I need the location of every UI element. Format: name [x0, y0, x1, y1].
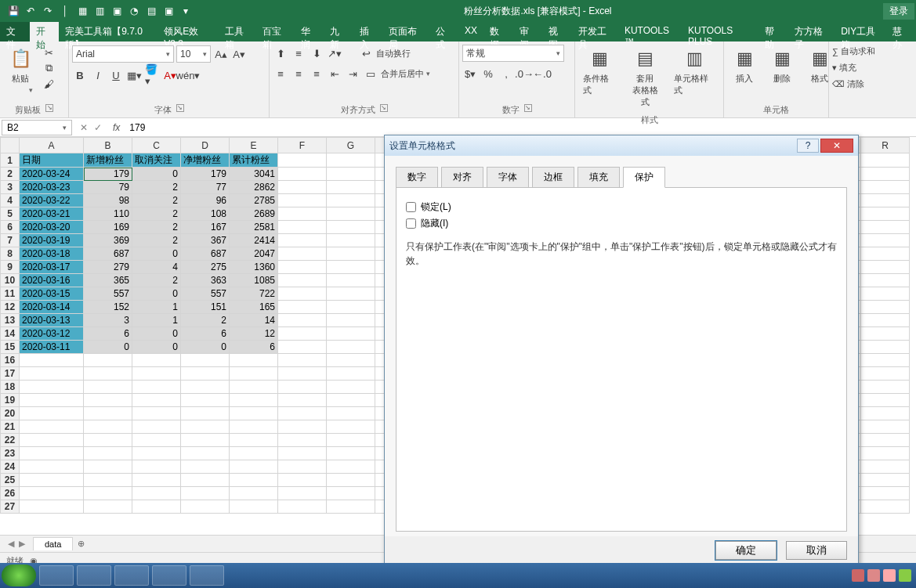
- cell-R26[interactable]: [861, 487, 910, 500]
- cell-G2[interactable]: [327, 168, 375, 181]
- align-center-icon[interactable]: ≡: [291, 66, 306, 81]
- col-header-C[interactable]: C: [132, 138, 181, 153]
- tab-huarun[interactable]: 华润: [295, 22, 324, 41]
- cell-R8[interactable]: [861, 247, 910, 261]
- col-header-A[interactable]: A: [20, 138, 84, 153]
- cell-A12[interactable]: 2020-03-14: [20, 301, 84, 314]
- cell-G17[interactable]: [327, 367, 375, 381]
- cell-C4[interactable]: 2: [132, 194, 181, 207]
- cell-R22[interactable]: [861, 434, 910, 447]
- cell-A2[interactable]: 2020-03-24: [20, 168, 84, 181]
- cell-F17[interactable]: [278, 367, 327, 381]
- cell-D13[interactable]: 2: [181, 314, 230, 327]
- cell-F12[interactable]: [278, 301, 327, 314]
- cell-R24[interactable]: [861, 460, 910, 474]
- cell-E18[interactable]: [230, 381, 278, 394]
- percent-icon[interactable]: %: [480, 66, 496, 81]
- tab-toolbox[interactable]: 工具箱: [219, 22, 256, 41]
- col-header-B[interactable]: B: [84, 138, 132, 153]
- cell-B15[interactable]: 0: [84, 341, 132, 354]
- cell-D24[interactable]: [181, 460, 230, 474]
- row-header-23[interactable]: 23: [1, 447, 20, 460]
- fill-icon[interactable]: ▾: [832, 63, 837, 73]
- cell-F24[interactable]: [278, 460, 327, 474]
- enter-formula-icon[interactable]: ✓: [94, 122, 102, 133]
- lock-checkbox[interactable]: [406, 202, 416, 212]
- cell-F7[interactable]: [278, 234, 327, 247]
- cell-F25[interactable]: [278, 474, 327, 487]
- cell-B3[interactable]: 79: [84, 181, 132, 194]
- row-header-22[interactable]: 22: [1, 434, 20, 447]
- cell-E26[interactable]: [230, 487, 278, 500]
- cell-D11[interactable]: 557: [181, 287, 230, 301]
- dialog-help-button[interactable]: ?: [797, 139, 819, 153]
- tab-help[interactable]: 帮助: [759, 22, 788, 41]
- cell-D5[interactable]: 108: [181, 207, 230, 221]
- col-header-R[interactable]: R: [861, 138, 910, 153]
- cell-A20[interactable]: [20, 407, 84, 420]
- insert-cells-button[interactable]: ▦插入: [727, 45, 762, 86]
- row-header-20[interactable]: 20: [1, 407, 20, 420]
- cell-D15[interactable]: 0: [181, 341, 230, 354]
- cell-B24[interactable]: [84, 460, 132, 474]
- cell-B13[interactable]: 3: [84, 314, 132, 327]
- start-button[interactable]: [2, 565, 36, 586]
- cell-E7[interactable]: 2414: [230, 234, 278, 247]
- cell-E15[interactable]: 6: [230, 341, 278, 354]
- tray-icon2[interactable]: [867, 569, 880, 582]
- undo-icon[interactable]: ↶: [24, 4, 38, 18]
- cell-R2[interactable]: [861, 168, 910, 181]
- cell-B8[interactable]: 687: [84, 247, 132, 261]
- cell-C20[interactable]: [132, 407, 181, 420]
- cell-C9[interactable]: 4: [132, 261, 181, 274]
- cell-G12[interactable]: [327, 301, 375, 314]
- dialog-ok-button[interactable]: 确定: [715, 541, 777, 560]
- decrease-font-icon[interactable]: A▾: [231, 46, 247, 62]
- cell-D7[interactable]: 367: [181, 234, 230, 247]
- cell-B9[interactable]: 279: [84, 261, 132, 274]
- tab-jiuxin[interactable]: 九新: [324, 22, 353, 41]
- cell-E22[interactable]: [230, 434, 278, 447]
- indent-decrease-icon[interactable]: ⇤: [327, 66, 342, 81]
- cell-R3[interactable]: [861, 181, 910, 194]
- font-name-combo[interactable]: Arial▾: [72, 45, 174, 63]
- cell-D14[interactable]: 6: [181, 327, 230, 341]
- cell-R14[interactable]: [861, 327, 910, 341]
- cell-C15[interactable]: 0: [132, 341, 181, 354]
- cell-F16[interactable]: [278, 354, 327, 367]
- cell-E21[interactable]: [230, 420, 278, 434]
- align-bottom-icon[interactable]: ⬇: [309, 45, 324, 61]
- cell-G7[interactable]: [327, 234, 375, 247]
- cell-D10[interactable]: 363: [181, 274, 230, 287]
- cell-R6[interactable]: [861, 221, 910, 234]
- italic-icon[interactable]: I: [90, 67, 106, 83]
- sheet-add-button[interactable]: ⊕: [73, 539, 89, 549]
- row-header-9[interactable]: 9: [1, 261, 20, 274]
- cell-C11[interactable]: 0: [132, 287, 181, 301]
- wrap-icon[interactable]: ↩: [358, 45, 374, 61]
- cell-C14[interactable]: 0: [132, 327, 181, 341]
- cell-D4[interactable]: 96: [181, 194, 230, 207]
- cell-G19[interactable]: [327, 394, 375, 407]
- cell-F15[interactable]: [278, 341, 327, 354]
- decrease-decimal-icon[interactable]: ←.0: [534, 66, 550, 81]
- taskbar-app3[interactable]: [114, 565, 149, 586]
- cell-E23[interactable]: [230, 447, 278, 460]
- row-header-14[interactable]: 14: [1, 327, 20, 341]
- cell-B22[interactable]: [84, 434, 132, 447]
- cell-E8[interactable]: 2047: [230, 247, 278, 261]
- format-painter-icon[interactable]: 🖌: [41, 76, 56, 92]
- row-header-26[interactable]: 26: [1, 487, 20, 500]
- hide-checkbox-row[interactable]: 隐藏(I): [406, 217, 837, 230]
- cell-R16[interactable]: [861, 354, 910, 367]
- cell-E16[interactable]: [230, 354, 278, 367]
- cell-G24[interactable]: [327, 460, 375, 474]
- tab-xx[interactable]: XX: [458, 22, 483, 41]
- cell-G10[interactable]: [327, 274, 375, 287]
- number-launcher[interactable]: ↘: [524, 104, 532, 112]
- cell-E14[interactable]: 12: [230, 327, 278, 341]
- row-header-17[interactable]: 17: [1, 367, 20, 381]
- row-header-10[interactable]: 10: [1, 274, 20, 287]
- tab-view[interactable]: 视图: [542, 22, 572, 41]
- cell-D19[interactable]: [181, 394, 230, 407]
